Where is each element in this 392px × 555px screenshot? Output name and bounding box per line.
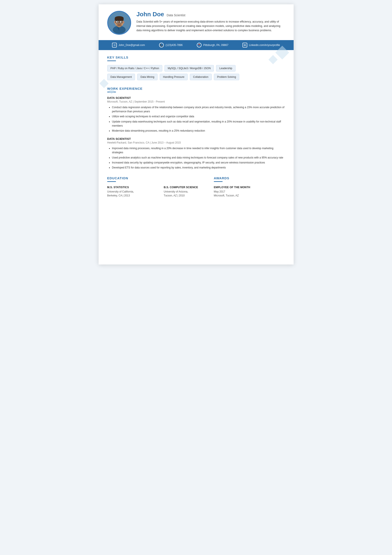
avatar [107,11,131,35]
skill-tag: Problem Solving [214,74,239,80]
job-entry-1: DATA SCIENTIST Microsoft, Tucson, AZ | S… [107,96,285,133]
job-2-bullet-4: Developed ETS for data sources used for … [112,166,285,170]
skill-tag: Data Management [107,74,135,80]
linkedin-icon: in [242,43,247,47]
job-2-bullets: Improved data mining processes, resultin… [107,146,285,170]
svg-point-8 [114,21,115,23]
skills-title: KEY SKILLS [107,56,285,59]
work-divider [107,92,116,92]
awards-section: AWARDS EMPLOYEE OF THE MONTH May 2017Mic… [214,176,285,197]
job-2-title: DATA SCIENTIST [107,137,285,140]
education-item-1: M.S. STATISTICS University of California… [107,186,157,197]
candidate-summary: Data Scientist with 5+ years of experien… [137,20,285,33]
phone-icon: 📞 [159,43,164,47]
candidate-job-title: Data Scientist [167,14,185,17]
skills-section: KEY SKILLS PHP / Ruby on Rails / Java / … [107,56,285,80]
edu-1-school: University of California,Berkeley, CA | … [107,190,157,197]
resume-container: John Doe Data Scientist Data Scientist w… [99,4,294,264]
contact-phone: 📞 (123)435-7896 [159,43,183,47]
job-1-bullet-3: Update company data warehousing techniqu… [112,120,285,128]
education-title: EDUCATION [107,176,214,180]
job-1-bullet-2: Utilize web scraping techniques to extra… [112,115,285,119]
education-columns: M.S. STATISTICS University of California… [107,186,214,197]
education-divider [107,181,116,182]
awards-title: AWARDS [214,176,285,180]
job-entry-2: DATA SCIENTIST Hewlett-Packard, San Fran… [107,137,285,170]
education-section: EDUCATION M.S. STATISTICS University of … [107,176,214,197]
phone-text: (123)435-7896 [166,44,183,47]
job-1-bullets: Conduct data regression analyses of the … [107,105,285,133]
job-2-company: Hewlett-Packard, San Francisco, CA | Jun… [107,141,285,144]
contact-location: 📍 Pittsburgh, PA, 09867 [197,43,228,47]
email-text: John_Doe@gmail.com [118,44,145,47]
svg-point-13 [121,22,122,23]
name-line: John Doe Data Scientist [137,11,285,18]
work-title: WORK EXPERIENCE [107,87,285,90]
edu-1-degree: M.S. STATISTICS [107,186,157,189]
award-1-name: EMPLOYEE OF THE MONTH [214,186,285,189]
bottom-section: EDUCATION M.S. STATISTICS University of … [107,176,285,197]
svg-point-12 [117,22,118,23]
job-1-bullet-1: Conduct data regression analyses of the … [112,105,285,114]
email-icon: ✉ [112,43,117,47]
linkedin-text: Linkedin.com/in/yourprofile [249,44,280,47]
award-item-1: EMPLOYEE OF THE MONTH May 2017Microsoft,… [214,186,285,197]
skills-row-1: PHP / Ruby on Rails / Java / C++ / Pytho… [107,65,285,72]
svg-rect-7 [115,18,123,21]
job-1-title: DATA SCIENTIST [107,96,285,100]
job-2-bullet-2: Used predictive analytics such as machin… [112,156,285,160]
awards-divider [214,181,223,182]
skills-row-2: Data Management Data Mining Handling Pre… [107,74,285,80]
svg-point-9 [123,21,124,23]
main-content: KEY SKILLS PHP / Ruby on Rails / Java / … [99,50,294,203]
header-text-block: John Doe Data Scientist Data Scientist w… [137,11,285,33]
skill-tag: Handling Pressure [160,74,188,80]
contact-email: ✉ John_Doe@gmail.com [112,43,145,47]
award-1-detail: May 2017Microsoft, Tucson, AZ [214,190,285,197]
contact-linkedin: in Linkedin.com/in/yourprofile [242,43,280,47]
education-item-2: B.S. COMPUTER SCIENCE University of Ariz… [164,186,214,197]
job-2-bullet-3: Increased data security by updating comp… [112,161,285,165]
contact-bar: ✉ John_Doe@gmail.com 📞 (123)435-7896 📍 P… [99,40,294,50]
skill-tag: Data Mining [137,74,158,80]
location-text: Pittsburgh, PA, 09867 [203,44,228,47]
job-1-bullet-4: Modernize data streamlining processes, r… [112,129,285,133]
skill-tag: Leadership [216,65,235,72]
job-2-bullet-1: Improved data mining processes, resultin… [112,146,285,154]
skill-tag: Collaboration [190,74,212,80]
edu-2-degree: B.S. COMPUTER SCIENCE [164,186,214,189]
edu-2-school: University of Arizona,Tucson, AZ | 2010 [164,190,214,197]
job-1-company: Microsoft, Tucson, AZ | September 2015 -… [107,100,285,103]
svg-point-18 [116,24,122,27]
skill-tag: MySQL / SQLite3 / MongoDB / JSON [165,65,214,72]
header-section: John Doe Data Scientist Data Scientist w… [99,4,294,40]
work-experience-section: WORK EXPERIENCE DATA SCIENTIST Microsoft… [107,87,285,170]
skills-divider [107,60,116,61]
location-icon: 📍 [197,43,202,47]
skill-tag: PHP / Ruby on Rails / Java / C++ / Pytho… [107,65,162,72]
candidate-name: John Doe [137,11,164,18]
